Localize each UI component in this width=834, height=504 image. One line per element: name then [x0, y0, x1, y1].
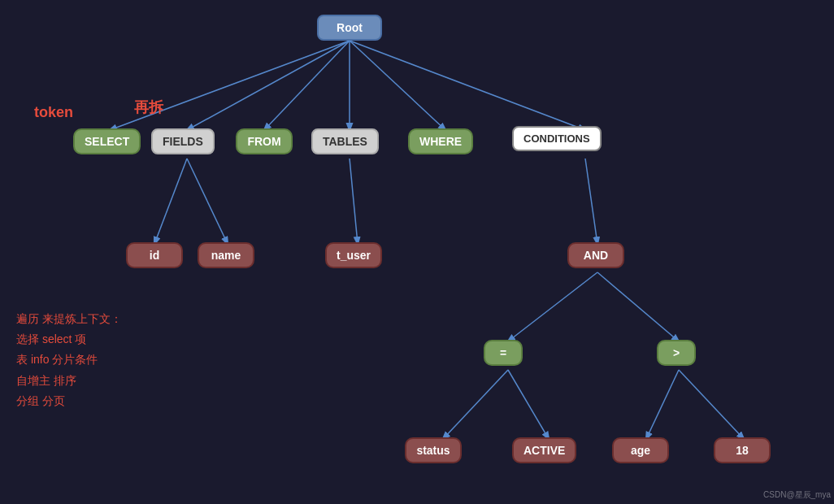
svg-line-4 [350, 41, 445, 130]
node-age: age [612, 437, 669, 463]
svg-line-15 [679, 370, 744, 439]
node-active: ACTIVE [512, 437, 576, 463]
node-conditions: CONDITIONS [512, 126, 602, 151]
chinese-annotation: 遍历 来提炼上下文： 选择 select 项 表 info 分片条件 自增主 排… [16, 309, 122, 411]
node-select: SELECT [73, 128, 141, 154]
node-from: FROM [236, 128, 293, 154]
node-status: status [405, 437, 462, 463]
node-eighteen: 18 [714, 437, 771, 463]
svg-line-14 [646, 370, 679, 439]
reparse-label: 再拆 [134, 98, 163, 117]
svg-line-10 [508, 272, 597, 341]
svg-line-6 [154, 159, 187, 244]
svg-line-8 [350, 159, 358, 244]
node-id: id [126, 242, 183, 268]
node-eq: = [484, 340, 523, 366]
svg-line-5 [350, 41, 585, 130]
diagram: Root SELECT FIELDS FROM TABLES WHERE CON… [0, 0, 834, 504]
node-name: name [198, 242, 254, 268]
node-gt: > [657, 340, 696, 366]
svg-line-7 [187, 159, 228, 244]
node-root: Root [317, 15, 382, 41]
node-and: AND [567, 242, 624, 268]
svg-line-13 [508, 370, 549, 439]
node-tables: TABLES [311, 128, 379, 154]
watermark: CSDN@星辰_mya [763, 489, 831, 501]
token-label: token [34, 104, 73, 121]
node-t-user: t_user [325, 242, 382, 268]
node-fields: FIELDS [151, 128, 215, 154]
node-where: WHERE [408, 128, 473, 154]
svg-line-2 [264, 41, 350, 130]
svg-line-11 [597, 272, 679, 341]
connector-lines [0, 0, 834, 504]
svg-line-12 [443, 370, 508, 439]
svg-line-1 [187, 41, 350, 130]
svg-line-9 [585, 159, 597, 244]
